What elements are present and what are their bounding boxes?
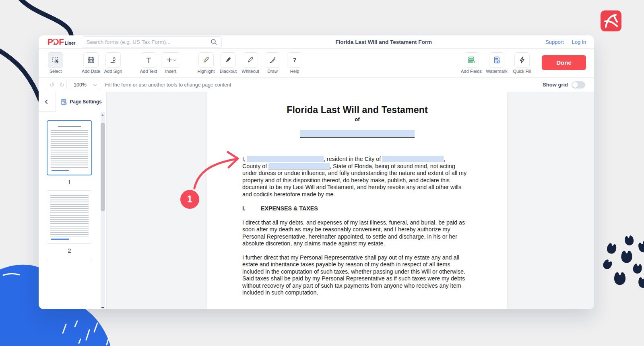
page-number: 2 (39, 247, 100, 254)
toolbar: Select Add Date Add Sign Add Text (39, 49, 594, 77)
sidebar-scrollbar[interactable] (101, 112, 105, 309)
insert-button[interactable]: Insert (160, 52, 181, 74)
scrollbar-thumb[interactable] (101, 123, 105, 211)
add-fields-icon (467, 56, 476, 64)
svg-text:?: ? (293, 56, 296, 63)
section-heading: I.EXPENSES & TAXES (242, 205, 475, 212)
blackout-button[interactable]: Blackout (218, 52, 239, 74)
document-body: I, , resident in the City of , County of… (242, 156, 475, 297)
document-page: Florida Last Will and Testament of I, , … (207, 92, 507, 309)
full-name-field[interactable] (247, 156, 324, 162)
login-link[interactable]: Log in (572, 39, 586, 45)
pages-sidebar: Page Settings 1 2 (39, 92, 107, 309)
collapse-sidebar-button[interactable] (39, 92, 56, 111)
chevron-left-icon (45, 99, 49, 104)
draw-brush-icon (268, 56, 277, 64)
pen-sign-icon (109, 56, 117, 64)
page-thumbnail-3[interactable] (47, 259, 92, 309)
draw-button[interactable]: Draw (262, 52, 283, 74)
logo-pdf-text: PDF (47, 38, 64, 46)
page-settings-icon (60, 99, 67, 105)
zoom-select[interactable]: 100% (70, 80, 100, 90)
toggle-knob (572, 82, 578, 88)
document-title: Florida Last Will and Testament (207, 105, 507, 115)
squiggle-left (0, 47, 40, 100)
help-button[interactable]: ? Help (284, 52, 305, 74)
redo-button[interactable]: ↻ (57, 80, 67, 90)
watermark-icon (493, 56, 501, 64)
show-grid-toggle[interactable] (572, 81, 585, 89)
add-date-button[interactable]: Add Date (80, 52, 101, 74)
add-sign-button[interactable]: Add Sign (103, 52, 124, 74)
search-input[interactable]: Search forms (e.g. US Tax Form)... (82, 36, 222, 48)
scroll-down-arrow[interactable] (101, 307, 104, 308)
page-thumbnail-1[interactable] (47, 120, 92, 175)
lightning-icon (518, 56, 526, 64)
pdfliner-logo[interactable]: PDF Liner (47, 38, 75, 46)
highlight-brush-icon (202, 56, 210, 64)
support-link[interactable]: Support (545, 39, 564, 45)
pdfliner-window: PDF Liner Search forms (e.g. US Tax Form… (39, 35, 594, 309)
search-placeholder: Search forms (e.g. US Tax Form)... (86, 39, 210, 45)
app-header: PDF Liner Search forms (e.g. US Tax Form… (39, 35, 594, 49)
search-icon[interactable] (210, 38, 217, 45)
paragraph-expenses: I direct that all my debts, and expenses… (242, 219, 475, 247)
select-icon (52, 56, 60, 64)
add-fields-button[interactable]: Add Fields (459, 52, 483, 74)
testator-name-field[interactable] (300, 130, 415, 138)
paragraph-taxes: I further direct that my Personal Repres… (242, 254, 475, 297)
question-icon: ? (291, 56, 299, 64)
text-icon (144, 56, 153, 64)
squiggle-top (16, 0, 72, 37)
add-text-button[interactable]: Add Text (138, 52, 159, 74)
undo-button[interactable]: ↺ (47, 80, 57, 90)
chevron-down-icon (93, 82, 97, 86)
blackout-brush-icon (224, 56, 232, 64)
page-thumbnail-2[interactable] (47, 190, 92, 244)
city-field[interactable] (382, 156, 444, 162)
show-grid-label: Show grid (543, 82, 568, 88)
spots-decoration (601, 235, 644, 288)
select-tool-button[interactable]: Select (45, 52, 66, 74)
highlight-button[interactable]: Highlight (196, 52, 217, 74)
quick-fill-button[interactable]: Quick Fill (510, 52, 534, 74)
county-field[interactable] (268, 163, 330, 169)
watermark-button[interactable]: Watermark (485, 52, 509, 74)
page-settings-tab[interactable]: Page Settings (56, 92, 106, 112)
logo-liner-text: Liner (65, 41, 76, 46)
whiteout-brush-icon (246, 56, 254, 64)
subtoolbar: ↺ ↻ 100% Fill the form or use another to… (39, 77, 594, 92)
done-button[interactable]: Done (542, 55, 586, 70)
page-thumbnails: 1 2 (39, 112, 100, 309)
form-title: Florida Last Will and Testament Form (222, 39, 545, 45)
whiteout-button[interactable]: Whiteout (240, 52, 261, 74)
toolbar-hint: Fill the form or use another tools to ch… (105, 82, 231, 88)
zoom-value: 100% (74, 82, 87, 88)
page-number: 1 (39, 179, 100, 185)
pdfliner-app-icon (601, 10, 621, 31)
calendar-icon (87, 56, 95, 64)
plus-icon (166, 56, 173, 64)
chevron-down-icon (173, 58, 176, 60)
step-1-badge: 1 (180, 190, 199, 209)
document-subtitle: of (207, 116, 507, 122)
scroll-up-arrow[interactable] (101, 114, 104, 116)
